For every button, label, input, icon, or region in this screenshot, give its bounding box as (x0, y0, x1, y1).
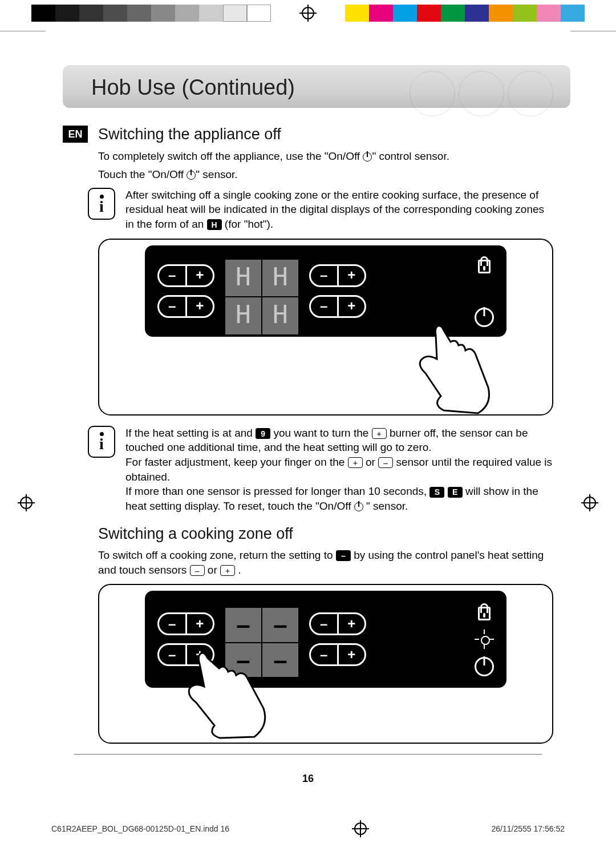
plus-minus-control: –+ (309, 295, 366, 318)
print-timestamp: 26/11/2555 17:56:52 (492, 824, 565, 833)
control-panel-illustration-1: –+ –+ HH HH –+ –+ (98, 239, 553, 416)
page-header-band: Hob Use (Continued) (63, 65, 570, 108)
power-icon (475, 657, 494, 676)
plus-minus-control: –+ (157, 612, 214, 635)
footer-rule (74, 754, 542, 755)
display-grid: –– –– (225, 607, 299, 671)
print-registration-bar (31, 5, 585, 22)
plus-minus-control: –+ (309, 264, 366, 287)
plus-minus-control: –+ (309, 643, 366, 666)
registration-mark-icon (583, 497, 596, 509)
crop-mark (570, 31, 616, 31)
page-number: 16 (63, 772, 553, 785)
plus-minus-control: –+ (157, 295, 214, 318)
lock-icon (475, 255, 494, 275)
body-text: To switch off a cooking zone, return the… (98, 548, 553, 577)
lock-icon (475, 602, 494, 622)
minus-key-icon: – (378, 457, 393, 468)
body-text: To completely switch off the appliance, … (98, 149, 553, 164)
h-display-icon: H (207, 219, 222, 230)
info-note: i After switching off a single cooking z… (88, 188, 553, 232)
minus-key-icon: – (190, 565, 205, 576)
info-icon: i (88, 426, 115, 458)
s-display-icon: S (429, 487, 444, 498)
crop-mark (0, 31, 46, 31)
decorative-circles (410, 71, 553, 116)
page-content: Hob Use (Continued) EN Switching the app… (46, 37, 570, 805)
plus-key-icon: + (220, 565, 235, 576)
grayscale-swatches (31, 5, 271, 22)
info-note: i If the heat setting is at and 9 you wa… (88, 426, 553, 514)
plus-minus-control: –+ (157, 643, 214, 666)
registration-mark-icon (20, 497, 33, 509)
registration-mark-icon (302, 7, 314, 19)
power-icon (363, 152, 372, 162)
registration-mark-icon (354, 822, 367, 835)
plus-minus-control: –+ (157, 264, 214, 287)
nine-icon: 9 (256, 428, 270, 439)
plus-minus-control: –+ (309, 612, 366, 635)
dash-display-icon: – (336, 550, 351, 561)
plus-key-icon: + (372, 428, 387, 439)
language-tag: EN (63, 126, 88, 143)
color-swatches (345, 5, 585, 22)
heat-indicator-icon (475, 630, 494, 649)
e-display-icon: E (448, 487, 463, 498)
control-panel-illustration-2: –+ –+ –– –– –+ –+ (98, 584, 553, 744)
power-icon (187, 171, 196, 180)
body-text: Touch the "On/Off " sensor. (98, 167, 553, 182)
power-icon (475, 308, 494, 327)
display-grid: HH HH (225, 259, 299, 323)
section-heading-switch-appliance-off: Switching the appliance off (98, 124, 281, 144)
print-footer: C61R2AEEP_BOL_DG68-00125D-01_EN.indd 16 … (51, 822, 565, 835)
power-icon (354, 502, 363, 511)
plus-key-icon: + (348, 457, 363, 468)
info-icon: i (88, 188, 115, 220)
source-file-label: C61R2AEEP_BOL_DG68-00125D-01_EN.indd 16 (51, 824, 229, 833)
section-heading-switch-zone-off: Switching a cooking zone off (98, 523, 553, 544)
